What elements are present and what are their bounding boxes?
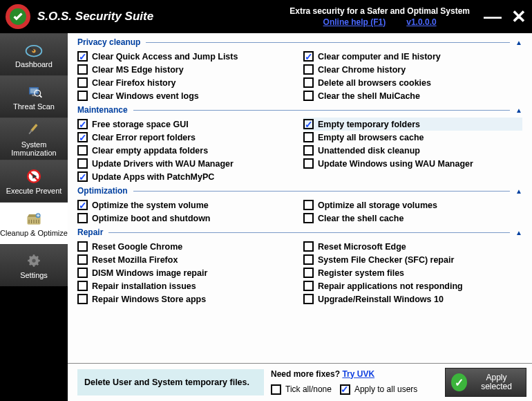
checkbox-option[interactable]: Empty temporary folders (303, 118, 522, 131)
checkbox-icon (303, 77, 314, 88)
footer: Delete User and System temporary files. … (68, 363, 532, 401)
svg-rect-9 (28, 130, 32, 134)
checkbox-icon (303, 281, 314, 291)
window-controls: — ✕ (484, 8, 526, 26)
checkbox-icon (303, 200, 314, 210)
checkbox-icon (303, 241, 314, 252)
checkbox-option[interactable]: Reset Microsoft Edge (303, 240, 522, 253)
checkbox-icon (77, 119, 88, 129)
section-header-optimization[interactable]: Optimization▲ (77, 186, 522, 196)
checkbox-option[interactable]: Optimize the system volume (77, 198, 296, 212)
checkbox-option[interactable]: Clear MS Edge history (77, 63, 296, 76)
checkbox-option[interactable]: Repair applications not responding (303, 279, 522, 292)
checkbox-icon (77, 51, 88, 62)
checkbox-option[interactable]: Clear Error report folders (77, 131, 296, 144)
checkbox-option[interactable]: Update Drivers with WAU Manager (77, 157, 296, 170)
help-link[interactable]: Online help (F1) (323, 17, 386, 27)
checkbox-icon (77, 132, 88, 142)
titlebar: S.O.S. Security Suite Extra security for… (0, 0, 532, 33)
collapse-icon: ▲ (515, 187, 522, 195)
checkbox-option[interactable]: Update Windows using WAU Manager (303, 157, 522, 170)
checkbox-icon (303, 145, 314, 156)
svg-line-22 (37, 263, 38, 265)
checkbox-icon (77, 158, 88, 169)
checkbox-option[interactable]: Unattended disk cleanup (303, 144, 522, 157)
checkbox-option[interactable]: DISM Windows image repair (77, 266, 296, 279)
section-header-repair[interactable]: Repair▲ (77, 227, 522, 237)
sidebar: Dashboard Threat Scan System Immunizatio… (0, 33, 68, 401)
checkbox-option[interactable]: Reset Google Chrome (77, 240, 296, 253)
checkbox-icon (77, 241, 88, 252)
immunization-icon (24, 121, 44, 139)
minimize-button[interactable]: — (484, 8, 502, 26)
checkbox-icon (303, 51, 314, 62)
checkbox-icon (77, 77, 88, 88)
checkbox-icon (303, 294, 314, 304)
checkbox-option[interactable]: Repair installation issues (77, 279, 296, 292)
sidebar-item-settings[interactable]: Settings (0, 244, 68, 286)
checkbox-icon (303, 91, 314, 101)
main-panel: Privacy cleanup▲Clear Quick Access and J… (68, 33, 532, 401)
checkbox-icon (77, 254, 88, 265)
tagline: Extra security for a Safer and Optimal S… (289, 6, 470, 16)
section-header-maintenance[interactable]: Maintenance▲ (77, 105, 522, 115)
checkbox-option[interactable]: Clear Chrome history (303, 63, 522, 76)
checkbox-icon (77, 294, 88, 304)
checkbox-option[interactable]: Repair Windows Store apps (77, 292, 296, 306)
app-logo-icon (6, 4, 30, 29)
checkbox-icon (77, 171, 88, 182)
checkbox-icon (77, 200, 88, 210)
checkbox-icon (303, 254, 314, 265)
checkbox-option[interactable]: Optimize boot and shutdown (77, 212, 296, 225)
checkbox-option[interactable]: Clear the shell MuiCache (303, 89, 522, 102)
title-right: Extra security for a Safer and Optimal S… (289, 6, 470, 27)
checkbox-option[interactable]: Clear computer and IE history (303, 50, 522, 63)
collapse-icon: ▲ (515, 106, 522, 114)
collapse-icon: ▲ (515, 39, 522, 46)
sidebar-item-dashboard[interactable]: Dashboard (0, 33, 68, 75)
settings-icon (24, 252, 44, 270)
checkbox-option[interactable]: Update Apps with PatchMyPC (77, 170, 296, 183)
checkbox-icon (303, 158, 314, 169)
checkbox-icon (77, 213, 88, 223)
tick-all-checkbox[interactable]: Tick all/none (271, 383, 332, 396)
checkbox-option[interactable]: System File Checker (SFC) repair (303, 253, 522, 266)
sidebar-item-threat-scan[interactable]: Threat Scan (0, 75, 68, 118)
checkbox-icon (303, 64, 314, 75)
svg-line-7 (39, 95, 42, 97)
svg-line-23 (37, 257, 38, 258)
apply-selected-button[interactable]: ✓ Apply selected (445, 368, 526, 397)
sidebar-item-system-immunization[interactable]: System Immunization (0, 118, 68, 160)
checkbox-icon (303, 268, 314, 278)
checkbox-icon (77, 281, 88, 291)
checkbox-option[interactable]: Reset Mozilla Firefox (77, 253, 296, 266)
checkbox-option[interactable]: Clear the shell cache (303, 212, 522, 225)
checkbox-option[interactable]: Clear empty appdata folders (77, 144, 296, 157)
checkbox-option[interactable]: Clear Firefox history (77, 76, 296, 89)
sidebar-item-execute-prevent[interactable]: Execute Prevent (0, 160, 68, 202)
collapse-icon: ▲ (515, 229, 522, 236)
checkbox-option[interactable]: Optimize all storage volumes (303, 198, 522, 212)
apply-all-users-checkbox[interactable]: Apply to all users (340, 383, 417, 396)
cleanup-icon (24, 209, 44, 227)
checkbox-option[interactable]: Clear Quick Access and Jump Lists (77, 50, 296, 63)
svg-line-24 (30, 263, 31, 265)
checkbox-icon (303, 213, 314, 223)
checkbox-option[interactable]: Empty all browsers cache (303, 131, 522, 144)
close-button[interactable]: ✕ (511, 8, 526, 26)
checkbox-option[interactable]: Register system files (303, 266, 522, 279)
try-uvk-link[interactable]: Try UVK (342, 369, 374, 379)
section-header-privacy[interactable]: Privacy cleanup▲ (77, 37, 522, 47)
sidebar-item-cleanup-optimize[interactable]: Cleanup & Optimize (0, 202, 68, 244)
checkbox-option[interactable]: Delete all browsers cookies (303, 76, 522, 89)
checkbox-icon (77, 91, 88, 101)
threat-scan-icon (24, 83, 44, 101)
checkbox-option[interactable]: Clear Windows event logs (77, 89, 296, 102)
checkbox-option[interactable]: Upgrade/Reinstall Windows 10 (303, 292, 522, 306)
tooltip-text: Delete User and System temporary files. (77, 369, 264, 395)
checkbox-icon (77, 268, 88, 278)
checkbox-option[interactable]: Free storage space GUI (77, 118, 296, 131)
version-link[interactable]: v1.0.0.0 (406, 17, 436, 27)
check-icon: ✓ (451, 373, 467, 391)
svg-point-16 (32, 259, 35, 262)
